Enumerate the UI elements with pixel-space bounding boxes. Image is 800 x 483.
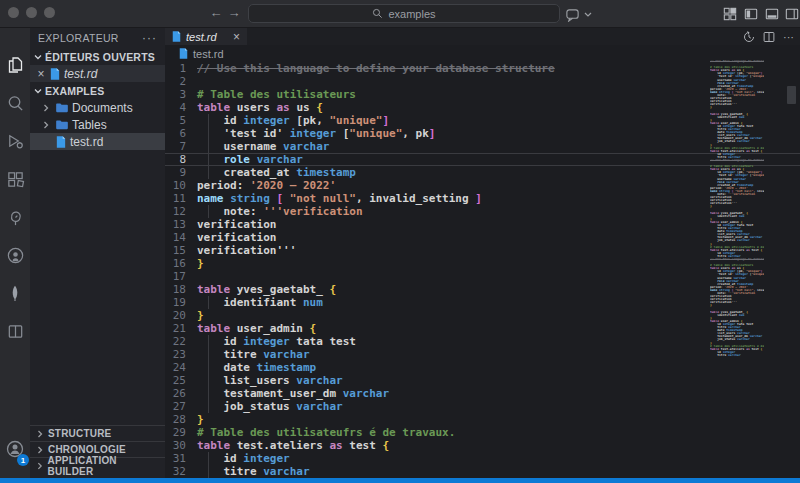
- line-text: # Table des utilisateurs: [197, 88, 356, 101]
- section-label: CHRONOLOGIE: [48, 444, 126, 455]
- line-text: verification: [197, 231, 276, 244]
- toggle-sidebar-left-icon[interactable]: [743, 6, 759, 22]
- section-label: APPLICATION BUILDER: [48, 455, 159, 477]
- chevron-down-icon: [34, 87, 42, 95]
- code-line-26[interactable]: 26 testament_user_dm varchar: [165, 387, 800, 400]
- tree-icon[interactable]: [0, 202, 30, 232]
- file-item-test-rd[interactable]: test.rd: [30, 133, 165, 150]
- line-text: titre varchar: [197, 465, 310, 478]
- code-line-1[interactable]: 1// Use this language to define your dat…: [165, 62, 800, 75]
- toggle-panel-icon[interactable]: [764, 6, 780, 22]
- indent-guide: [208, 166, 209, 179]
- code-line-11[interactable]: 11name string [ "not null", invalid_sett…: [165, 192, 800, 205]
- tab-close-icon[interactable]: ×: [233, 30, 240, 44]
- run-debug-icon[interactable]: [0, 126, 30, 156]
- back-arrow-icon[interactable]: ←: [208, 5, 224, 20]
- code-line-27[interactable]: 27 job_status varchar: [165, 400, 800, 413]
- code-line-28[interactable]: 28}: [165, 413, 800, 426]
- code-line-6[interactable]: 6 'test id' integer ["unique", pk]: [165, 127, 800, 140]
- traffic-close-button[interactable]: [8, 7, 19, 18]
- scrollbar-thumb[interactable]: [787, 86, 796, 104]
- close-editor-icon[interactable]: ×: [36, 67, 46, 81]
- code-line-23[interactable]: 23 titre varchar: [165, 348, 800, 361]
- section-examples[interactable]: EXAMPLES: [30, 82, 165, 99]
- explorer-icon[interactable]: [0, 50, 30, 80]
- line-text: table user_admin {: [197, 322, 316, 335]
- extensions-icon[interactable]: [0, 164, 30, 194]
- timeline-history-icon[interactable]: [743, 31, 755, 43]
- line-number: 9: [165, 166, 197, 179]
- line-text: period: '2020 – 2022': [197, 179, 336, 192]
- command-center-search[interactable]: examples: [248, 4, 560, 23]
- vscode-window: ← → examples: [0, 0, 800, 483]
- traffic-minimize-button[interactable]: [26, 7, 37, 18]
- section-structure[interactable]: STRUCTURE: [30, 425, 165, 441]
- code-line-9[interactable]: 9 created_at timestamp: [165, 166, 800, 179]
- line-number: 17: [165, 270, 197, 283]
- traffic-zoom-button[interactable]: [44, 7, 55, 18]
- code-line-3[interactable]: 3# Table des utilisateurs: [165, 88, 800, 101]
- line-number: 11: [165, 192, 197, 205]
- code-area[interactable]: 1// Use this language to define your dat…: [165, 62, 800, 478]
- code-line-13[interactable]: 13verification: [165, 218, 800, 231]
- split-editor-icon[interactable]: [763, 31, 775, 43]
- code-line-32[interactable]: 32 titre varchar: [165, 465, 800, 478]
- code-line-29[interactable]: 29# Table des utilisateufrs é de travaux…: [165, 426, 800, 439]
- code-line-14[interactable]: 14verification: [165, 231, 800, 244]
- line-number: 8: [165, 153, 197, 166]
- explorer-more-actions-icon[interactable]: ···: [142, 31, 157, 45]
- folder-item-documents[interactable]: Documents: [30, 99, 165, 116]
- code-line-5[interactable]: 5 id integer [pk, "unique"]: [165, 114, 800, 127]
- code-line-17[interactable]: 17: [165, 270, 800, 283]
- code-line-30[interactable]: 30table test.ateliers as test {: [165, 439, 800, 452]
- github-icon[interactable]: [0, 240, 30, 270]
- indent-guide: [208, 127, 209, 140]
- folder-icon: [56, 103, 68, 113]
- line-number: 23: [165, 348, 197, 361]
- code-line-20[interactable]: 20}: [165, 309, 800, 322]
- code-line-10[interactable]: 10period: '2020 – 2022': [165, 179, 800, 192]
- code-line-7[interactable]: 7 username varchar: [165, 140, 800, 153]
- toggle-sidebar-right-icon[interactable]: [784, 6, 800, 22]
- section-open-editors[interactable]: ÉDITEURS OUVERTS: [30, 48, 165, 65]
- code-line-31[interactable]: 31 id integer: [165, 452, 800, 465]
- indent-guide: [208, 205, 209, 218]
- forward-arrow-icon[interactable]: →: [226, 5, 242, 20]
- breadcrumb[interactable]: test.rd: [165, 45, 800, 62]
- chevron-right-icon: [36, 446, 44, 454]
- code-line-25[interactable]: 25 list_users varchar: [165, 374, 800, 387]
- code-line-15[interactable]: 15verification''': [165, 244, 800, 257]
- section-application-builder[interactable]: APPLICATION BUILDER: [30, 457, 165, 473]
- accounts-icon[interactable]: 1: [0, 434, 30, 464]
- code-line-22[interactable]: 22 id integer tata test: [165, 335, 800, 348]
- line-text: id integer: [197, 452, 290, 465]
- line-number: 3: [165, 88, 197, 101]
- indent-guide: [208, 400, 209, 413]
- copilot-chevron-down-icon[interactable]: [580, 6, 596, 22]
- editor-more-actions-icon[interactable]: ···: [783, 32, 794, 42]
- indent-guide: [208, 335, 209, 348]
- code-line-19[interactable]: 19 identifiant num: [165, 296, 800, 309]
- line-number: 4: [165, 101, 197, 114]
- code-line-21[interactable]: 21table user_admin {: [165, 322, 800, 335]
- code-line-4[interactable]: 4table users as us {: [165, 101, 800, 114]
- code-line-24[interactable]: 24 date timestamp: [165, 361, 800, 374]
- code-line-2[interactable]: 2: [165, 75, 800, 88]
- line-text: table users as us {: [197, 101, 323, 114]
- tab-test-rd[interactable]: test.rd ×: [165, 28, 247, 45]
- search-icon[interactable]: [0, 88, 30, 118]
- code-line-8[interactable]: 8 role varchar: [165, 153, 800, 166]
- code-line-16[interactable]: 16}: [165, 257, 800, 270]
- book-icon[interactable]: [0, 316, 30, 346]
- folder-item-tables[interactable]: Tables: [30, 116, 165, 133]
- line-number: 24: [165, 361, 197, 374]
- line-text: name string [ "not null", invalid_settin…: [197, 192, 482, 205]
- open-editor-item[interactable]: ×test.rd: [30, 65, 165, 82]
- customize-layout-icon[interactable]: [722, 6, 738, 22]
- mongodb-icon[interactable]: [0, 278, 30, 308]
- line-number: 28: [165, 413, 197, 426]
- code-line-18[interactable]: 18table yves_gaetabt_ {: [165, 283, 800, 296]
- copilot-chat-icon[interactable]: [564, 6, 580, 22]
- minimap[interactable]: // Use this language to define your data…: [710, 60, 764, 370]
- code-line-12[interactable]: 12 note: '''verification: [165, 205, 800, 218]
